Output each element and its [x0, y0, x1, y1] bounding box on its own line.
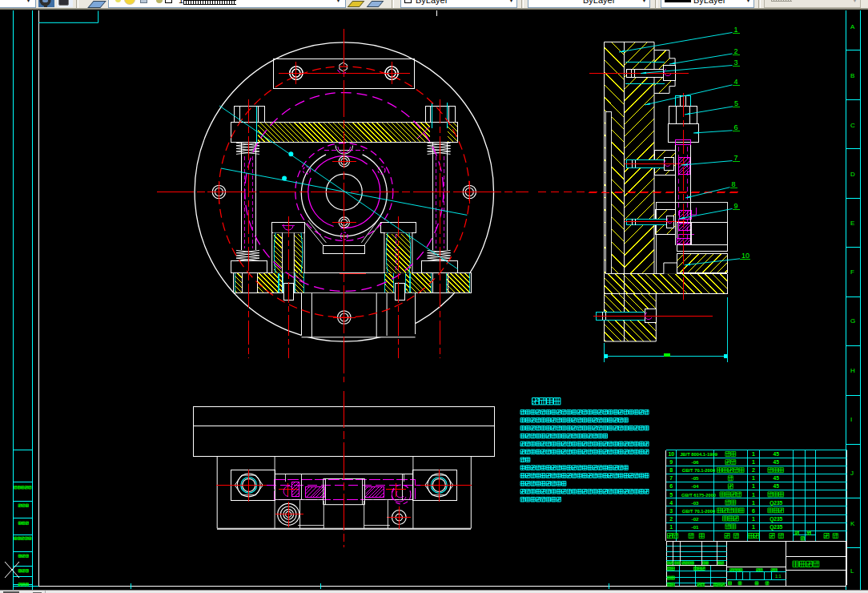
svg-text:1: 1	[752, 483, 755, 489]
svg-text:3: 3	[669, 508, 673, 514]
svg-text:Q235: Q235	[770, 524, 782, 530]
svg-text:1: 1	[752, 500, 755, 506]
svg-text:Q235: Q235	[770, 500, 782, 506]
svg-text:I: I	[850, 416, 852, 423]
svg-text:GB/T 70.1-2000: GB/T 70.1-2000	[682, 509, 716, 514]
svg-text:-04: -04	[692, 483, 700, 489]
svg-text:G: G	[850, 317, 855, 325]
svg-text:1: 1	[752, 451, 755, 457]
svg-text:1: 1	[734, 26, 738, 34]
svg-text:J: J	[850, 470, 854, 477]
svg-text:B: B	[850, 72, 854, 79]
svg-text:L: L	[850, 567, 854, 575]
svg-text:45: 45	[774, 475, 780, 481]
svg-text:GB/T 70.1-2000: GB/T 70.1-2000	[682, 468, 716, 473]
svg-text:H: H	[850, 367, 855, 374]
svg-text:GB/T 6175-2000: GB/T 6175-2000	[681, 493, 716, 498]
svg-text:-02: -02	[692, 516, 700, 522]
svg-text:6: 6	[752, 508, 755, 514]
svg-text:10: 10	[668, 451, 674, 457]
svg-text:6: 6	[734, 123, 738, 131]
svg-text:1: 1	[752, 516, 755, 522]
svg-text:45: 45	[774, 459, 780, 465]
svg-text:C: C	[850, 122, 855, 129]
svg-text:A: A	[850, 23, 855, 30]
svg-text:K: K	[850, 520, 855, 527]
svg-text:1: 1	[752, 459, 755, 465]
svg-text:1: 1	[752, 475, 755, 481]
svg-text:2: 2	[734, 47, 738, 55]
svg-text:-06: -06	[692, 459, 700, 465]
svg-text:E: E	[850, 220, 854, 227]
svg-text:8: 8	[732, 180, 736, 188]
svg-text:-03: -03	[692, 500, 700, 506]
svg-text:5: 5	[734, 99, 738, 107]
svg-text:1:1: 1:1	[775, 574, 782, 579]
svg-text:2: 2	[752, 467, 755, 473]
svg-text:9: 9	[669, 459, 673, 465]
svg-text:4: 4	[669, 500, 673, 506]
svg-text:10: 10	[741, 252, 749, 260]
svg-text:3: 3	[734, 58, 738, 67]
svg-text:2: 2	[669, 516, 673, 522]
svg-text:-05: -05	[692, 475, 700, 481]
svg-text:1: 1	[752, 492, 755, 498]
svg-text:F: F	[850, 268, 854, 276]
svg-text:-01: -01	[692, 524, 700, 530]
svg-text:5: 5	[669, 492, 673, 498]
svg-text:1: 1	[752, 524, 755, 530]
svg-text:D: D	[850, 171, 855, 178]
svg-text:45: 45	[774, 451, 780, 457]
svg-text:6: 6	[669, 483, 673, 489]
svg-text:9: 9	[734, 202, 738, 210]
svg-text:Q235: Q235	[770, 516, 782, 522]
svg-text:45: 45	[774, 483, 780, 489]
svg-text:7: 7	[734, 154, 738, 162]
svg-text:JB/T 8004.1-1999: JB/T 8004.1-1999	[680, 452, 718, 457]
svg-text:7: 7	[669, 475, 673, 481]
svg-text:4: 4	[734, 78, 738, 86]
svg-text:1: 1	[669, 524, 673, 530]
svg-text:8: 8	[669, 467, 673, 473]
